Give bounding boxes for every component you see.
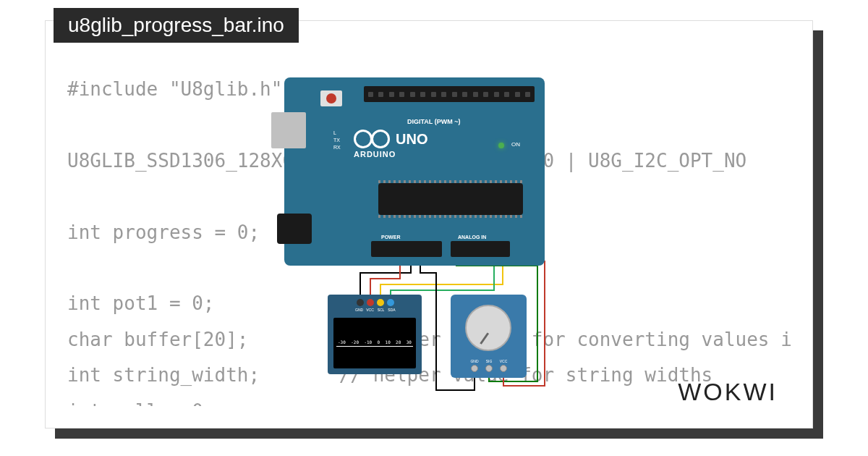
code-line: int progress = 0; xyxy=(67,221,260,243)
code-line: int pot1 = 0; xyxy=(67,292,215,314)
analog-pin-header[interactable] xyxy=(451,241,510,257)
oled-display[interactable]: GND VCC SCL SDA -30 -20 -10 0 10 20 30 xyxy=(328,295,422,374)
reset-button[interactable] xyxy=(320,90,342,106)
oled-pin-vcc[interactable] xyxy=(367,299,374,306)
pot-pin-sig[interactable] xyxy=(485,365,493,372)
oled-pin-gnd[interactable] xyxy=(357,299,364,306)
arduino-brand: ARDUINO xyxy=(354,150,396,159)
pot-pin-gnd[interactable] xyxy=(471,365,478,372)
code-line: int roll = 0; xyxy=(67,400,215,406)
pot-knob[interactable] xyxy=(465,305,511,351)
oled-pin-scl[interactable] xyxy=(377,299,384,306)
analog-label: ANALOG IN xyxy=(458,235,486,240)
digital-label: DIGITAL (PWM ~) xyxy=(407,118,460,125)
uno-label: UNO xyxy=(396,131,427,148)
atmega-chip xyxy=(378,183,523,215)
oled-screen: -30 -20 -10 0 10 20 30 xyxy=(333,318,416,368)
preview-card: #include "U8glib.h" U8GLIB_SSD1306_128X6… xyxy=(45,20,813,428)
pot-pin-labels: GND SIG VCC xyxy=(469,359,509,363)
pot-pin-header[interactable] xyxy=(471,365,507,372)
oled-pin-labels: GND VCC SCL SDA xyxy=(355,308,396,312)
power-label: POWER xyxy=(381,235,400,240)
arduino-uno[interactable]: DIGITAL (PWM ~) UNO ARDUINO L TX RX ON P… xyxy=(284,77,545,266)
file-title: u8glib_progress_bar.ino xyxy=(54,8,299,43)
digital-pin-header[interactable] xyxy=(364,86,535,102)
led-labels: L TX RX xyxy=(333,130,341,151)
on-label: ON xyxy=(511,141,520,148)
potentiometer[interactable]: GND SIG VCC xyxy=(451,295,527,378)
usb-port xyxy=(271,112,306,148)
code-line: #include "U8glib.h" xyxy=(67,78,282,100)
wokwi-logo: WOKWI xyxy=(678,378,778,406)
power-jack xyxy=(277,214,312,244)
circuit-diagram: DIGITAL (PWM ~) UNO ARDUINO L TX RX ON P… xyxy=(284,77,603,396)
power-pin-header[interactable] xyxy=(371,241,442,257)
oled-pin-header[interactable] xyxy=(357,299,394,306)
oled-pin-sda[interactable] xyxy=(387,299,394,306)
infinity-icon xyxy=(354,130,390,148)
on-led-icon xyxy=(498,143,504,148)
pot-pin-vcc[interactable] xyxy=(500,365,507,372)
